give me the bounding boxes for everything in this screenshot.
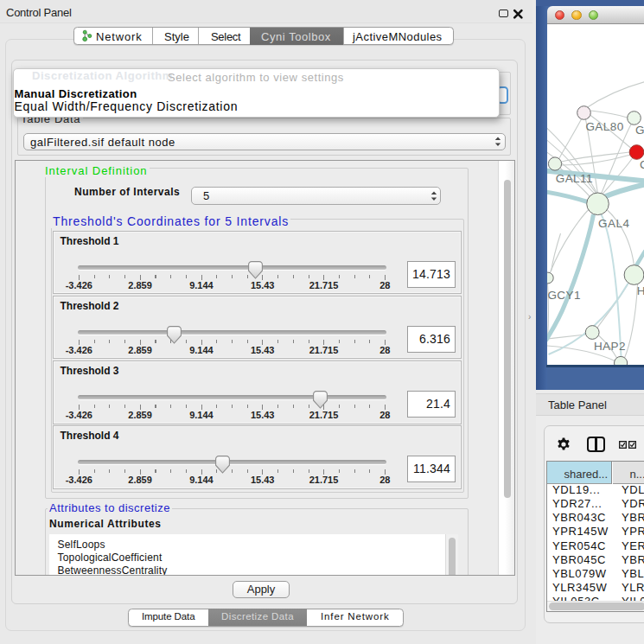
- svg-text:GAL11: GAL11: [555, 172, 592, 185]
- svg-text:GCY1: GCY1: [547, 289, 581, 302]
- svg-text:G..: G..: [635, 124, 644, 137]
- svg-text:GAL80: GAL80: [585, 120, 623, 133]
- svg-text:C.: C.: [640, 158, 644, 171]
- svg-text:GAL4: GAL4: [598, 217, 629, 230]
- svg-text:HAP2: HAP2: [593, 340, 625, 353]
- svg-text:HAP4: HAP4: [636, 284, 644, 297]
